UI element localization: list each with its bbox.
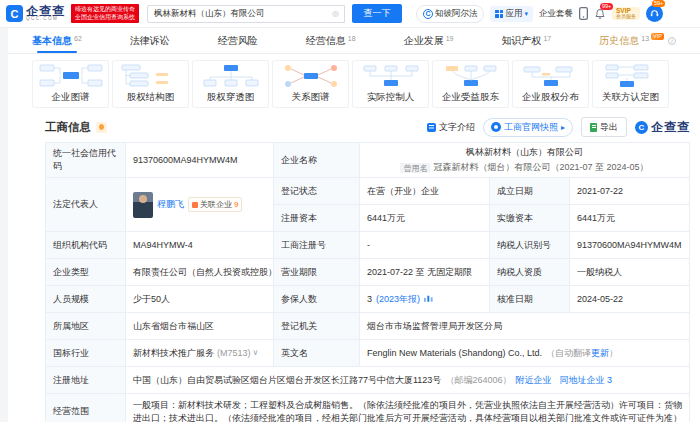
tab-history-info[interactable]: 历史信息 13 VIP i xyxy=(599,28,676,53)
apps-label: 应用 xyxy=(505,8,522,20)
establish-date-value: 2021-07-22 xyxy=(570,178,690,205)
info-icon[interactable]: i xyxy=(668,37,676,45)
trend-chart-icon[interactable] xyxy=(424,293,433,306)
taxpayer-quality-value: 一般纳税人 xyxy=(570,259,690,286)
notifications-button[interactable]: 99+ xyxy=(594,8,606,20)
snapshot-caret-icon: ▸ xyxy=(561,123,565,132)
former-name-value: 冠森新材料（烟台）有限公司（2021-07 至 2024-05） xyxy=(433,162,648,172)
registered-capital-value: 6441万元 xyxy=(360,205,490,232)
text-intro-label: 文字介绍 xyxy=(439,121,475,134)
industry-value: 新材料技术推广服务 xyxy=(133,347,214,360)
credit-code-label: 统一社会信用代码 xyxy=(46,143,126,178)
tab-label: 基本信息 xyxy=(32,34,72,48)
customer-service-button[interactable]: 59+ xyxy=(646,5,663,22)
former-name-badge: 曾用名 xyxy=(400,163,430,173)
tab-legal-litigation[interactable]: 法律诉讼 xyxy=(130,28,170,53)
card-equity-distribution[interactable]: 企业股权分布 xyxy=(512,60,589,108)
approval-date-value: 2024-05-22 xyxy=(570,286,690,313)
export-button[interactable]: 导出 xyxy=(581,117,627,137)
annual-report-link[interactable]: (2023年报) xyxy=(376,293,420,306)
taxpayer-id-label: 纳税人识别号 xyxy=(490,232,570,259)
card-label: 股权结构图 xyxy=(115,91,186,104)
english-name-cell: Fenglin New Materials (Shandong) Co., Lt… xyxy=(360,340,690,367)
tab-count: 62 xyxy=(74,35,82,42)
card-label: 企业受益股东 xyxy=(435,91,506,104)
translate-update-link[interactable]: 更新 xyxy=(591,347,609,360)
card-label: 关联方认定图 xyxy=(595,91,666,104)
approval-date-label: 核准日期 xyxy=(490,286,570,313)
card-actual-controller[interactable]: 实际控制人 xyxy=(352,60,429,108)
apps-menu[interactable]: 应用 ▾ xyxy=(490,6,533,22)
status-label: 登记状态 xyxy=(274,178,360,205)
industry-code: (M7513) xyxy=(217,347,251,360)
company-name-value: 枫林新材料（山东）有限公司 xyxy=(466,146,583,159)
related-companies-badge[interactable]: 关联企业 9 xyxy=(188,197,242,212)
card-company-graph[interactable]: 企业图谱 xyxy=(32,60,109,108)
business-info-table: 统一社会信用代码 91370600MA94HYMW4M 企业名称 枫林新材料（山… xyxy=(45,142,690,422)
tab-basic-info[interactable]: 基本信息 62 xyxy=(32,28,82,53)
card-label: 企业图谱 xyxy=(35,91,106,104)
headset-icon xyxy=(646,5,663,22)
snapshot-label: 工商官网快照 xyxy=(504,121,558,134)
text-intro-icon xyxy=(427,123,436,132)
registered-address-label: 注册地址 xyxy=(46,367,126,394)
svip-sublabel: 会员服务 xyxy=(616,14,636,19)
search-button[interactable]: 查一下 xyxy=(352,4,402,23)
paidin-capital-label: 实缴资本 xyxy=(490,205,570,232)
package-label: 企业套餐 xyxy=(539,8,573,20)
graph-thumbnail xyxy=(596,63,666,89)
staff-size-value: 少于50人 xyxy=(126,286,274,313)
scan-icon[interactable]: ◎ xyxy=(332,9,339,18)
legal-rep-name-link[interactable]: 程鹏飞 xyxy=(157,198,184,211)
card-label: 实际控制人 xyxy=(355,91,426,104)
business-term-label: 营业期限 xyxy=(274,259,360,286)
qcc-logo[interactable]: C 企查查 QCC.COM xyxy=(6,5,65,22)
official-snapshot-button[interactable]: 工商官网快照 ▸ xyxy=(483,118,573,137)
tab-intellectual-property[interactable]: 知识产权 17 xyxy=(501,28,551,53)
former-name-row: 曾用名冠森新材料（烟台）有限公司（2021-07 至 2024-05） xyxy=(400,161,648,174)
related-companies-count: 9 xyxy=(234,199,238,211)
card-label: 关系图谱 xyxy=(275,91,346,104)
zhibi-alpha-link[interactable]: C 知彼阿尔法 xyxy=(416,5,485,23)
industry-expand-icon[interactable]: ∨ xyxy=(253,347,259,359)
business-scope-label: 经营范围 xyxy=(46,394,126,422)
postal-code: （邮编264006） xyxy=(445,374,511,387)
legal-rep-label: 法定代表人 xyxy=(46,178,126,232)
english-name-value: Fenglin New Materials (Shandong) Co., Lt… xyxy=(367,347,542,360)
card-equity-penetration[interactable]: 股权穿透图 xyxy=(192,60,269,108)
alpha-icon: C xyxy=(423,9,433,19)
company-type-label: 企业类型 xyxy=(46,259,126,286)
package-link[interactable]: 企业套餐 xyxy=(539,8,573,20)
tab-label: 知识产权 xyxy=(501,34,541,48)
export-label: 导出 xyxy=(600,121,618,134)
qcc-logo-icon: C xyxy=(6,5,23,22)
graph-thumbnail xyxy=(356,63,426,89)
auto-translate-note: （自动翻译 xyxy=(546,347,591,360)
tab-operation-risk[interactable]: 经营风险 xyxy=(218,28,258,53)
taxpayer-quality-label: 纳税人资质 xyxy=(490,259,570,286)
company-tabs: 基本信息 62 法律诉讼 经营风险 经营信息 18 企业发展 19 知识产权 1… xyxy=(8,28,700,54)
card-relationship-graph[interactable]: 关系图谱 xyxy=(272,60,349,108)
graph-thumbnail xyxy=(516,63,586,89)
tab-company-development[interactable]: 企业发展 19 xyxy=(404,28,454,53)
nearby-companies-link[interactable]: 附近企业 xyxy=(515,374,551,387)
english-name-label: 英文名 xyxy=(274,340,360,367)
card-beneficial-shareholders[interactable]: 企业受益股东 xyxy=(432,60,509,108)
legal-rep-photo[interactable] xyxy=(133,192,153,218)
tab-count: 19 xyxy=(446,35,454,42)
text-intro-button[interactable]: 文字介绍 xyxy=(427,121,475,134)
company-name-label: 企业名称 xyxy=(274,143,360,178)
graph-thumbnail xyxy=(436,63,506,89)
mobile-app-button[interactable] xyxy=(579,7,588,20)
same-address-companies-link[interactable]: 同地址企业 3 xyxy=(559,374,612,387)
card-related-party-graph[interactable]: 关联方认定图 xyxy=(592,60,669,108)
slogan-line1: 缔造有远见的商业传奇 xyxy=(75,6,135,14)
card-equity-structure[interactable]: 股权结构图 xyxy=(112,60,189,108)
graph-shortcuts: 企业图谱 股权结构图 股权穿透图 关系图谱 实际控制人 企业受益股东 企业股权分… xyxy=(8,54,700,113)
graph-thumbnail xyxy=(36,63,106,89)
search-input[interactable] xyxy=(147,5,345,23)
tab-operation-info[interactable]: 经营信息 18 xyxy=(306,28,356,53)
region-label: 所属地区 xyxy=(46,313,126,340)
region-value: 山东省烟台市福山区 xyxy=(126,313,274,340)
svip-member-button[interactable]: SVIP 会员服务 xyxy=(612,7,640,21)
